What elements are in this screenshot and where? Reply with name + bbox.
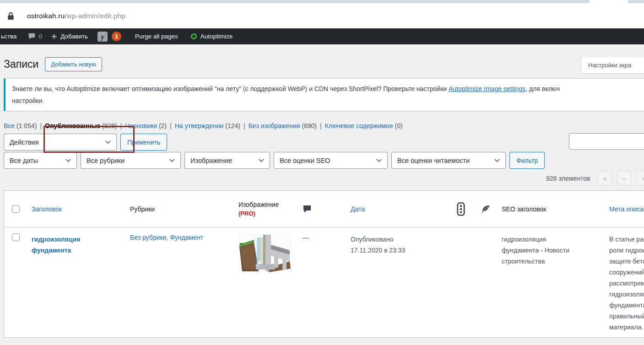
post-title-link[interactable]: гидроизоляция фундамента <box>32 236 80 254</box>
view-separator: | <box>320 122 322 129</box>
view-published-link[interactable]: Опубликованные (928) <box>45 122 117 129</box>
toolbar-yoast-notification[interactable]: 1 <box>110 28 126 44</box>
admin-content: Настройки экра Записи Добавить новую Зна… <box>0 57 644 345</box>
url-path: /wp-admin/edit.php <box>65 12 125 20</box>
row-checkbox[interactable] <box>12 233 20 241</box>
chevron-down-icon <box>376 159 382 162</box>
header-seo-score <box>452 191 476 227</box>
view-all-link[interactable]: Все (1 054) <box>4 122 37 129</box>
seo-filter-select[interactable]: Все оценки SEO <box>274 152 388 169</box>
toolbar-comments[interactable]: 0 <box>23 28 47 44</box>
next-page-button[interactable]: › <box>636 171 644 185</box>
post-thumbnail <box>238 232 292 272</box>
dates-filter-select[interactable]: Все даты <box>4 152 77 169</box>
svg-text:y: y <box>100 33 104 41</box>
header-seo-title: SEO заголовок <box>497 191 605 227</box>
view-pending-link[interactable]: На утверждении (124) <box>175 122 240 129</box>
toolbar-add-new-label: Добавить <box>60 33 88 40</box>
post-status-views: Все (1 054)| Опубликованные (928)| Черно… <box>4 122 644 129</box>
view-no-image-link[interactable]: Без изображения (690) <box>249 122 317 129</box>
view-drafts-link[interactable]: Черновики (2) <box>125 122 167 129</box>
pagination-bar: 928 элементов « ‹ › <box>4 171 644 185</box>
table-body: гидроизоляция фундамента Без рубрики, Фу… <box>4 227 644 337</box>
row-seo-score-cell <box>452 227 476 337</box>
view-pending-count: (124) <box>225 122 240 129</box>
view-separator: | <box>244 122 245 129</box>
chevron-down-icon <box>494 159 500 162</box>
dates-filter-value: Все даты <box>10 157 38 164</box>
row-comments-cell: — <box>298 227 346 337</box>
toolbar-add-new[interactable]: + Добавить <box>47 28 92 44</box>
yoast-icon: y <box>97 31 108 42</box>
browser-url-bar[interactable]: ostroikah.ru/wp-admin/edit.php <box>0 3 644 28</box>
view-drafts-label: Черновики <box>125 122 157 129</box>
image-filter-select[interactable]: Изображение <box>184 152 270 169</box>
items-count: 928 элементов <box>546 175 590 182</box>
notice-text-after: , для включ <box>525 85 560 92</box>
toolbar-purge-pages[interactable]: Purge all pages <box>130 28 183 44</box>
category-separator: , <box>166 234 170 241</box>
select-all-cell <box>4 191 27 227</box>
header-meta-description: Мета описани <box>605 191 644 227</box>
screen-options-button[interactable]: Настройки экра <box>581 57 644 74</box>
toolbar-autoptimize[interactable]: Autoptimize <box>186 28 238 44</box>
header-readability <box>476 191 497 227</box>
autoptimize-settings-link[interactable]: Autoptimize Image settings <box>449 85 525 92</box>
post-date: 17.11.2020 в 23:33 <box>351 245 448 256</box>
row-readability-cell <box>476 227 497 337</box>
bulk-actions-select[interactable]: Действия <box>4 134 117 151</box>
search-input[interactable] <box>569 133 644 150</box>
comments-column-icon <box>303 205 312 214</box>
header-comments <box>298 191 346 227</box>
meta-line: рассмотрим <box>609 278 644 289</box>
filter-button[interactable]: Фильтр <box>509 152 545 169</box>
meta-line: защите бетонн <box>609 256 644 267</box>
toolbar-site-fragment[interactable]: ьства <box>0 28 23 44</box>
prev-page-button[interactable]: ‹ <box>617 171 631 185</box>
view-pending-label: На утверждении <box>175 122 224 129</box>
chevron-down-icon <box>65 159 71 162</box>
view-all-count: (1 054) <box>16 122 37 129</box>
autoptimize-ring-icon <box>191 33 197 39</box>
readability-feather-icon <box>481 204 491 214</box>
category-link-2[interactable]: Фундамент <box>170 234 203 241</box>
header-image-pro-badge: (PRO) <box>238 210 255 217</box>
sort-title-link[interactable]: Заголовок <box>32 205 62 213</box>
table-row: гидроизоляция фундамента Без рубрики, Фу… <box>4 227 644 337</box>
admin-toolbar: ьства 0 + Добавить y 1 Purge all pages A… <box>0 28 644 44</box>
seo-title-line: фундамента - Новости <box>502 245 600 256</box>
select-all-checkbox[interactable] <box>12 205 20 213</box>
address-url[interactable]: ostroikah.ru/wp-admin/edit.php <box>27 12 125 20</box>
autoptimize-notice: Знаете ли вы, что Autoptimize включает о… <box>4 78 644 111</box>
seo-title-line: строительства <box>502 256 600 267</box>
sort-date-link[interactable]: Дата <box>351 205 365 213</box>
url-host: ostroikah.ru <box>27 12 65 20</box>
row-image-cell <box>234 227 298 337</box>
notice-text-before: Знаете ли вы, что Autoptimize включает о… <box>12 85 449 92</box>
row-seo-title-cell: гидроизоляция фундамента - Новости строи… <box>497 227 605 337</box>
first-page-button[interactable]: « <box>598 171 612 185</box>
header-categories: Рубрики <box>125 191 234 227</box>
view-no-image-count: (690) <box>302 122 317 129</box>
meta-line: В статье расска <box>609 234 644 245</box>
apply-button[interactable]: Применить <box>120 134 167 151</box>
view-separator: | <box>40 122 42 129</box>
header-date: Дата <box>346 191 452 227</box>
add-new-post-button[interactable]: Добавить новую <box>45 57 102 71</box>
category-link-1[interactable]: Без рубрики <box>130 234 166 241</box>
toolbar-comments-count: 0 <box>39 33 43 40</box>
toolbar-autoptimize-label: Autoptimize <box>200 33 233 40</box>
view-all-label: Все <box>4 122 15 129</box>
readability-filter-select[interactable]: Все оценки читаемости <box>391 152 506 169</box>
filters-bar: Все даты Все рубрики Изображение Все оце… <box>4 152 644 169</box>
view-drafts-count: (2) <box>159 122 167 129</box>
sort-meta-link[interactable]: Мета описани <box>609 205 644 213</box>
readability-filter-value: Все оценки читаемости <box>397 157 470 164</box>
page-header: Записи Добавить новую <box>4 57 644 71</box>
view-cornerstone-link[interactable]: Ключевое содержимое (0) <box>325 122 403 129</box>
toolbar-yoast[interactable]: y <box>92 28 110 44</box>
chevron-down-icon <box>259 159 264 162</box>
categories-filter-select[interactable]: Все рубрики <box>81 152 181 169</box>
lock-icon[interactable] <box>7 11 14 20</box>
image-filter-value: Изображение <box>190 157 232 164</box>
